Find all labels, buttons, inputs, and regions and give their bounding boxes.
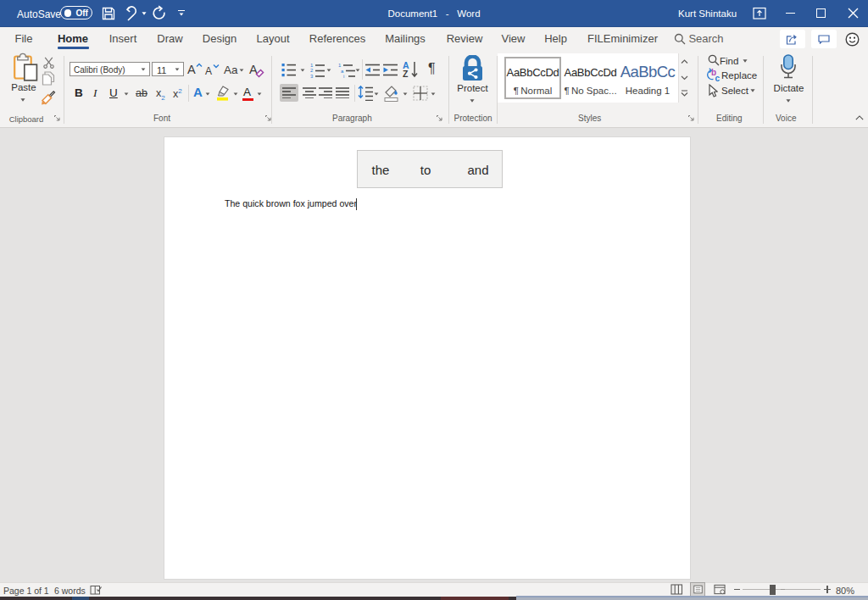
svg-text:c: c <box>715 74 721 82</box>
svg-text:a: a <box>341 69 344 74</box>
svg-text:3: 3 <box>310 74 314 78</box>
svg-text:2: 2 <box>310 68 314 73</box>
svg-text:1: 1 <box>310 63 314 68</box>
svg-text:1: 1 <box>338 63 342 68</box>
svg-text:i: i <box>343 74 344 78</box>
